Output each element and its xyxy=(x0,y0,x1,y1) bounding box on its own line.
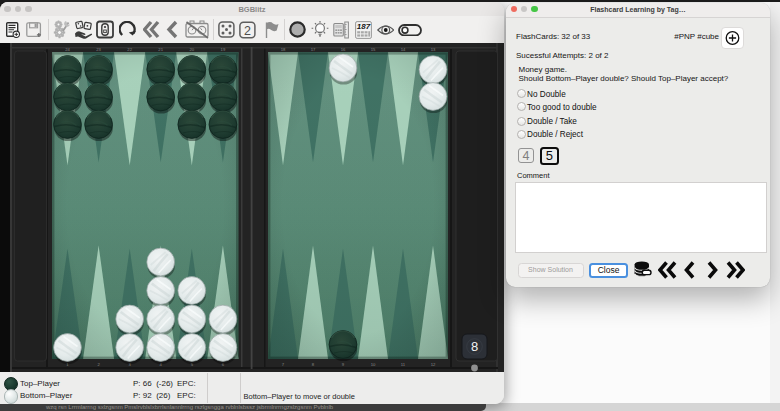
svg-text:13: 13 xyxy=(431,47,436,52)
svg-text:22: 22 xyxy=(127,47,132,52)
svg-text:14: 14 xyxy=(401,47,406,52)
svg-text:12: 12 xyxy=(431,362,436,367)
svg-text:10: 10 xyxy=(371,362,376,367)
svg-text:23: 23 xyxy=(96,47,101,52)
svg-text:20: 20 xyxy=(189,47,194,52)
svg-text:24: 24 xyxy=(65,47,70,52)
svg-text:11: 11 xyxy=(401,362,406,367)
svg-text:187: 187 xyxy=(357,22,371,31)
svg-text:2: 2 xyxy=(244,23,251,37)
svg-text:21: 21 xyxy=(158,47,163,52)
svg-text:8: 8 xyxy=(471,339,478,354)
svg-text:17: 17 xyxy=(311,47,316,52)
svg-text:15: 15 xyxy=(371,47,376,52)
svg-text:16: 16 xyxy=(341,47,346,52)
svg-text:18: 18 xyxy=(281,47,286,52)
svg-text:19: 19 xyxy=(221,47,226,52)
